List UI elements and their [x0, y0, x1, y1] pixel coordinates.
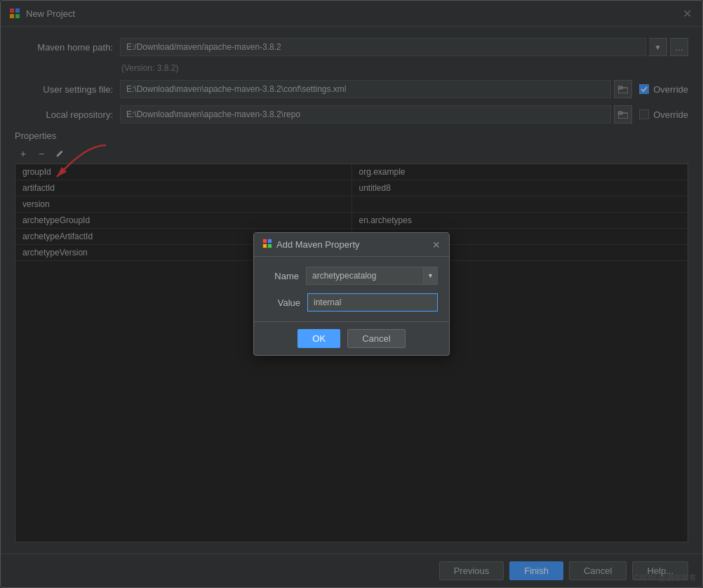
dialog-title-left: Add Maven Property — [262, 239, 360, 250]
svg-rect-9 — [263, 239, 267, 243]
dialog-cancel-button[interactable]: Cancel — [347, 329, 405, 348]
dialog-title-bar: Add Maven Property ✕ — [254, 233, 449, 257]
svg-rect-12 — [268, 244, 272, 248]
dialog-name-dropdown[interactable]: ▼ — [424, 267, 438, 285]
add-maven-property-dialog: Add Maven Property ✕ Name ▼ Value — [253, 232, 450, 356]
dialog-title-text: Add Maven Property — [276, 239, 360, 250]
dialog-value-input-wrap — [307, 293, 438, 312]
dialog-name-input[interactable] — [306, 267, 424, 285]
dialog-content: Name ▼ Value — [254, 257, 449, 321]
dialog-name-input-wrap: ▼ — [306, 267, 438, 285]
dialog-app-icon — [262, 239, 272, 250]
dialog-name-row: Name ▼ — [265, 267, 438, 285]
svg-rect-10 — [268, 239, 272, 243]
dialog-overlay: Add Maven Property ✕ Name ▼ Value — [1, 1, 702, 587]
dialog-value-input[interactable] — [307, 293, 438, 312]
main-window: New Project ✕ Maven home path: ▼ … (Vers… — [0, 0, 703, 588]
dialog-value-row: Value — [265, 293, 438, 312]
svg-rect-11 — [263, 244, 267, 248]
dialog-close-button[interactable]: ✕ — [432, 239, 441, 250]
dialog-value-label: Value — [265, 298, 300, 308]
dialog-ok-button[interactable]: OK — [297, 329, 340, 348]
dialog-name-label: Name — [265, 271, 299, 281]
dialog-footer: OK Cancel — [254, 321, 449, 355]
